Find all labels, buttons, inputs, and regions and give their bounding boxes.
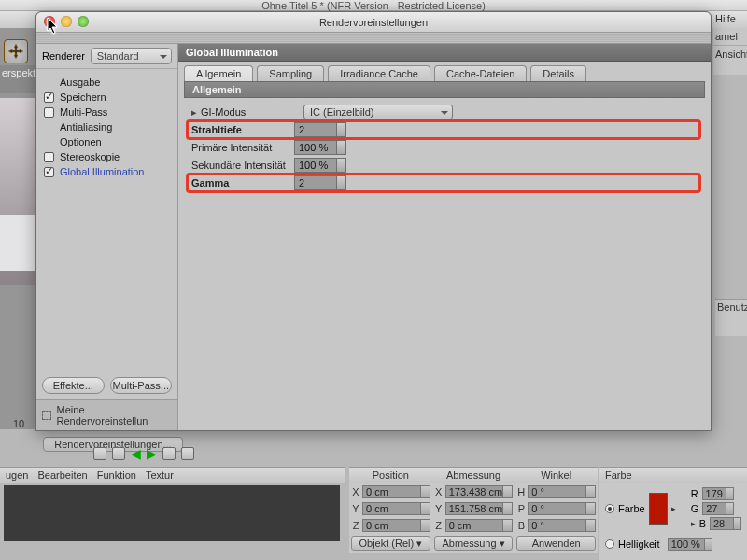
dim-y-field[interactable]: 151.758 cm <box>445 502 514 515</box>
next-frame-icon[interactable] <box>162 447 176 460</box>
param-primaere-intensitaet: Primäre Intensität 100 % <box>191 139 698 156</box>
tab-erzeugen[interactable]: ugen <box>6 469 28 481</box>
primaer-field[interactable]: 100 % <box>294 140 346 155</box>
disclosure-icon[interactable]: ▸ <box>191 106 197 119</box>
param-gamma: Gamma 2 <box>191 175 698 191</box>
color-swatch[interactable] <box>649 493 668 525</box>
brightness-field[interactable]: 100 % <box>668 538 712 551</box>
renderer-dropdown[interactable]: Standard <box>91 48 172 64</box>
move-tool-icon[interactable] <box>4 39 28 63</box>
renderer-label: Renderer <box>42 50 85 62</box>
dim-z-field[interactable]: 0 cm <box>445 519 514 532</box>
spinner-icon[interactable] <box>336 123 345 136</box>
color-radio[interactable] <box>605 504 614 513</box>
tab-funktion[interactable]: Funktion <box>97 469 136 481</box>
option-ausgabe[interactable]: Ausgabe <box>40 75 174 90</box>
param-strahltiefe: Strahltiefe 2 <box>191 121 698 138</box>
color-panel-title: Farbe <box>599 467 747 483</box>
checkbox-icon[interactable] <box>44 92 54 103</box>
pos-z-field[interactable]: 0 cm <box>362 519 430 532</box>
tab-sampling[interactable]: Sampling <box>257 65 324 81</box>
gamma-field[interactable]: 2 <box>294 175 346 190</box>
goto-end-icon[interactable] <box>181 447 194 460</box>
coord-mode-dropdown[interactable]: Objekt (Rel) ▾ <box>351 536 430 551</box>
play-forward-icon[interactable]: ▶ <box>147 448 157 459</box>
window-close-icon[interactable] <box>44 16 55 27</box>
ang-p-field[interactable]: 0 ° <box>528 502 596 515</box>
prev-frame-icon[interactable] <box>112 447 125 460</box>
viewport-ground <box>0 215 35 271</box>
rgb-expand-icon[interactable]: ▸ <box>691 519 696 528</box>
dialog-titlebar[interactable]: Rendervoreinstellungen <box>36 12 711 33</box>
brightness-radio[interactable] <box>605 539 614 549</box>
axis-x-label: X <box>349 486 362 497</box>
g-label: G <box>691 503 699 514</box>
tab-irradiance-cache[interactable]: Irradiance Cache <box>328 65 430 81</box>
tab-details[interactable]: Details <box>530 65 586 81</box>
tab-bearbeiten[interactable]: Bearbeiten <box>37 469 87 481</box>
coord-dim-dropdown[interactable]: Abmessung ▾ <box>434 536 514 551</box>
gi-modus-dropdown[interactable]: IC (Einzelbild) <box>303 105 453 119</box>
dim-x-field[interactable]: 173.438 cm <box>445 485 514 498</box>
tab-textur[interactable]: Textur <box>146 469 174 481</box>
spinner-icon[interactable] <box>336 159 345 172</box>
ang-b-label: B <box>514 520 528 531</box>
window-minimize-icon[interactable] <box>61 16 72 27</box>
ang-b-field[interactable]: 0 ° <box>528 519 596 532</box>
checkbox-icon[interactable] <box>44 167 54 177</box>
dim-z-label: Z <box>432 520 445 531</box>
window-zoom-icon[interactable] <box>78 16 89 27</box>
spinner-icon[interactable] <box>336 176 345 189</box>
b-label: B <box>699 518 706 529</box>
play-reverse-icon[interactable]: ◀ <box>131 448 141 459</box>
option-multipass[interactable]: Multi-Pass <box>40 105 174 119</box>
r-label: R <box>691 488 698 499</box>
render-settings-dialog: Rendervoreinstellungen Renderer Standard… <box>35 11 712 431</box>
subsection-title: Allgemein <box>184 81 705 98</box>
dialog-grip[interactable] <box>36 33 711 44</box>
coord-header-angle: Winkel <box>514 468 598 483</box>
preset-icon <box>42 411 51 420</box>
checkbox-icon[interactable] <box>44 152 54 162</box>
pos-x-field[interactable]: 0 cm <box>362 485 430 498</box>
option-optionen[interactable]: Optionen <box>40 134 174 149</box>
option-speichern[interactable]: Speichern <box>40 90 174 105</box>
tab-allgemein[interactable]: Allgemein <box>184 65 253 81</box>
ang-h-label: H <box>514 486 528 497</box>
attribute-tabs: ugen Bearbeiten Funktion Textur <box>0 467 345 483</box>
right-panel-strip: amel Ansicht <box>713 28 747 75</box>
g-field[interactable]: 27 <box>702 502 734 515</box>
sekundaer-field[interactable]: 100 % <box>294 158 346 173</box>
option-antialiasing[interactable]: Antialiasing <box>40 119 174 134</box>
coord-apply-button[interactable]: Anwenden <box>516 536 596 551</box>
option-global-illumination[interactable]: Global Illumination <box>40 164 174 179</box>
multipass-button[interactable]: Multi-Pass... <box>110 377 173 394</box>
coord-header-dimension: Abmessung <box>432 468 515 483</box>
dialog-content: Global Illumination Allgemein Sampling I… <box>178 44 711 430</box>
param-sekundaere-intensitaet: Sekundäre Intensität 100 % <box>191 157 698 174</box>
option-stereoskopie[interactable]: Stereoskopie <box>40 149 174 164</box>
goto-start-icon[interactable] <box>93 447 106 460</box>
app-titlebar: Ohne Titel 5 * (NFR Version - Restricted… <box>0 0 747 11</box>
dim-x-label: X <box>432 486 445 497</box>
coordinates-panel: Position Abmessung Winkel X 0 cm X 173.4… <box>349 467 598 553</box>
my-render-preset[interactable]: Meine Rendervoreinstellun <box>36 399 177 430</box>
tab-cache-dateien[interactable]: Cache-Dateien <box>434 65 527 81</box>
color-label: Farbe <box>618 503 645 514</box>
param-gi-modus: ▸ GI-Modus IC (Einzelbild) <box>191 104 698 120</box>
strahltiefe-field[interactable]: 2 <box>294 122 346 137</box>
spinner-icon[interactable] <box>336 141 345 154</box>
r-field[interactable]: 179 <box>702 487 734 500</box>
user-label: Benutz <box>715 299 747 336</box>
viewport-tab: erspekti <box>0 65 35 93</box>
dialog-title: Rendervoreinstellungen <box>319 17 428 28</box>
color-expand-icon[interactable]: ▸ <box>671 504 676 513</box>
ang-h-field[interactable]: 0 ° <box>528 485 596 498</box>
menu-help[interactable]: Hilfe <box>710 11 741 26</box>
pos-y-field[interactable]: 0 cm <box>362 502 430 515</box>
playback-bar: ◀ ▶ <box>93 446 616 461</box>
b-field[interactable]: 28 <box>710 517 741 530</box>
checkbox-icon[interactable] <box>44 107 54 118</box>
axis-z-label: Z <box>349 520 362 531</box>
effects-button[interactable]: Effekte... <box>42 377 105 394</box>
